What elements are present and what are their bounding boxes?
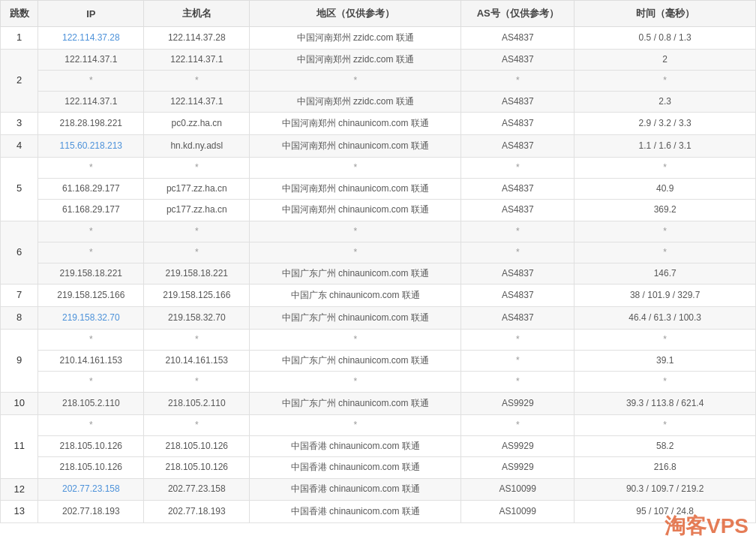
ip-cell[interactable]: 202.77.23.158: [38, 478, 144, 501]
table-row: 2122.114.37.1122.114.37.1中国河南郑州 zzidc.co…: [1, 49, 756, 70]
ip-cell: *: [38, 372, 144, 393]
hostname-cell: 122.114.37.28: [144, 27, 250, 50]
time-cell: 1.1 / 1.6 / 3.1: [574, 135, 756, 158]
time-cell: *: [574, 70, 756, 91]
time-cell: 2: [574, 49, 756, 70]
time-cell: 40.9: [574, 179, 756, 200]
table-row: 12202.77.23.158202.77.23.158中国香港 chinaun…: [1, 478, 756, 501]
hop-number: 4: [1, 135, 38, 158]
as-cell: AS9929: [461, 436, 574, 457]
region-cell: *: [250, 221, 461, 242]
region-cell: 中国河南郑州 zzidc.com 联通: [250, 92, 461, 113]
hostname-cell: hn.kd.ny.adsl: [144, 135, 250, 158]
region-cell: 中国香港 chinaunicom.com 联通: [250, 478, 461, 501]
as-cell: AS4837: [461, 27, 574, 50]
col-header-4: AS号（仅供参考）: [461, 1, 574, 27]
table-row: 61.168.29.177pc177.zz.ha.cn中国河南郑州 chinau…: [1, 179, 756, 200]
table-row: 11*****: [1, 415, 756, 436]
region-cell: 中国香港 chinaunicom.com 联通: [250, 501, 461, 523]
table-row: 13202.77.18.193202.77.18.193中国香港 chinaun…: [1, 501, 756, 523]
as-cell: AS4837: [461, 306, 574, 329]
table-row: 219.158.18.221219.158.18.221中国广东广州 china…: [1, 263, 756, 284]
time-cell: *: [574, 329, 756, 350]
time-cell: 90.3 / 109.7 / 219.2: [574, 478, 756, 501]
time-cell: 369.2: [574, 200, 756, 221]
hostname-cell: 122.114.37.1: [144, 49, 250, 70]
hostname-cell: pc0.zz.ha.cn: [144, 113, 250, 135]
as-cell: AS9929: [461, 457, 574, 478]
ip-cell: 218.105.10.126: [38, 457, 144, 478]
hop-number: 3: [1, 113, 38, 135]
region-cell: 中国河南郑州 chinaunicom.com 联通: [250, 179, 461, 200]
table-row: 10218.105.2.110218.105.2.110中国广东广州 china…: [1, 393, 756, 415]
time-cell: *: [574, 221, 756, 242]
hostname-cell: *: [144, 372, 250, 393]
table-row: 218.105.10.126218.105.10.126中国香港 chinaun…: [1, 457, 756, 478]
table-row: 5*****: [1, 157, 756, 178]
col-header-3: 地区（仅供参考）: [250, 1, 461, 27]
time-cell: 46.4 / 61.3 / 100.3: [574, 306, 756, 329]
hostname-cell: pc177.zz.ha.cn: [144, 200, 250, 221]
table-header-row: 跳数IP主机名地区（仅供参考）AS号（仅供参考）时间（毫秒）: [1, 1, 756, 27]
table-row: 122.114.37.1122.114.37.1中国河南郑州 zzidc.com…: [1, 92, 756, 113]
time-cell: 39.3 / 113.8 / 621.4: [574, 393, 756, 415]
hostname-cell: 210.14.161.153: [144, 350, 250, 371]
time-cell: 2.9 / 3.2 / 3.3: [574, 113, 756, 135]
time-cell: *: [574, 415, 756, 436]
region-cell: 中国河南郑州 zzidc.com 联通: [250, 27, 461, 50]
as-cell: AS4837: [461, 200, 574, 221]
hop-number: 2: [1, 49, 38, 113]
ip-cell: 219.158.18.221: [38, 263, 144, 284]
hostname-cell: 218.105.2.110: [144, 393, 250, 415]
as-cell: AS4837: [461, 113, 574, 135]
hop-number: 9: [1, 329, 38, 393]
ip-cell: 210.14.161.153: [38, 350, 144, 371]
ip-cell[interactable]: 122.114.37.28: [38, 27, 144, 50]
as-cell: AS4837: [461, 135, 574, 158]
ip-cell: 122.114.37.1: [38, 49, 144, 70]
as-cell: *: [461, 350, 574, 371]
time-cell: *: [574, 372, 756, 393]
as-cell: *: [461, 70, 574, 91]
hostname-cell: *: [144, 329, 250, 350]
hop-number: 6: [1, 221, 38, 285]
ip-cell: *: [38, 70, 144, 91]
table-row: 61.168.29.177pc177.zz.ha.cn中国河南郑州 chinau…: [1, 200, 756, 221]
table-row: 210.14.161.153210.14.161.153中国广东广州 china…: [1, 350, 756, 371]
ip-cell: 218.105.2.110: [38, 393, 144, 415]
as-cell: AS4837: [461, 92, 574, 113]
ip-cell: 218.105.10.126: [38, 436, 144, 457]
hostname-cell: 122.114.37.1: [144, 92, 250, 113]
hostname-cell: 202.77.23.158: [144, 478, 250, 501]
as-cell: AS4837: [461, 179, 574, 200]
region-cell: 中国广东广州 chinaunicom.com 联通: [250, 263, 461, 284]
ip-cell: *: [38, 221, 144, 242]
hostname-cell: *: [144, 157, 250, 178]
hostname-cell: 219.158.32.70: [144, 306, 250, 329]
table-row: 4115.60.218.213hn.kd.ny.adsl中国河南郑州 china…: [1, 135, 756, 158]
hostname-cell: *: [144, 415, 250, 436]
region-cell: 中国河南郑州 chinaunicom.com 联通: [250, 200, 461, 221]
table-row: 218.105.10.126218.105.10.126中国香港 chinaun…: [1, 436, 756, 457]
col-header-5: 时间（毫秒）: [574, 1, 756, 27]
as-cell: AS10099: [461, 501, 574, 523]
time-cell: *: [574, 242, 756, 263]
table-row: *****: [1, 70, 756, 91]
hop-number: 1: [1, 27, 38, 50]
hop-number: 12: [1, 478, 38, 501]
hop-number: 11: [1, 415, 38, 479]
region-cell: *: [250, 242, 461, 263]
hop-number: 7: [1, 285, 38, 307]
col-header-1: IP: [38, 1, 144, 27]
ip-cell: 122.114.37.1: [38, 92, 144, 113]
ip-cell: 218.28.198.221: [38, 113, 144, 135]
as-cell: *: [461, 415, 574, 436]
table-row: *****: [1, 242, 756, 263]
table-row: 3218.28.198.221pc0.zz.ha.cn中国河南郑州 chinau…: [1, 113, 756, 135]
hop-number: 13: [1, 501, 38, 523]
hostname-cell: 218.105.10.126: [144, 457, 250, 478]
as-cell: AS9929: [461, 393, 574, 415]
ip-cell[interactable]: 219.158.32.70: [38, 306, 144, 329]
ip-cell[interactable]: 115.60.218.213: [38, 135, 144, 158]
col-header-0: 跳数: [1, 1, 38, 27]
